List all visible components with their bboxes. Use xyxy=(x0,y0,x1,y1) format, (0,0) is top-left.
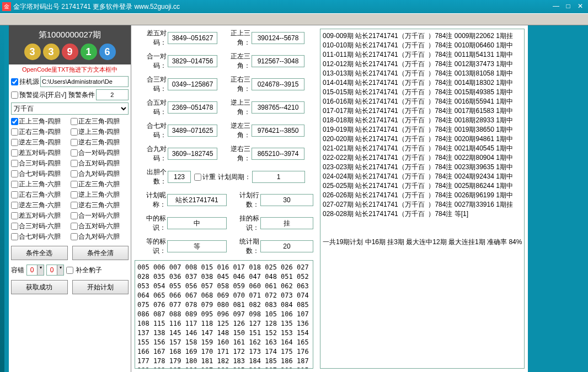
triangle-input[interactable] xyxy=(252,125,304,137)
check-item[interactable]: 差五对码-四胆 xyxy=(11,148,70,158)
tolerance-min-spinner[interactable]: 0▾ xyxy=(26,265,44,276)
results-textarea[interactable]: 009-009期 站长21741741（万千百 ）784注 0009期22062… xyxy=(320,29,525,369)
check-label: 正上三角-四胆 xyxy=(19,117,61,126)
triangle-input[interactable] xyxy=(252,148,304,160)
tolerance-label: 容错 xyxy=(11,266,24,275)
check-item[interactable]: 逆上三角-六胆 xyxy=(71,190,129,200)
code-input[interactable] xyxy=(168,101,217,114)
drag-hint: OpenCode里TXT拖进下方文本框中 xyxy=(9,64,131,75)
check-item[interactable]: 逆上三角-四胆 xyxy=(71,127,129,137)
dup-checkbox[interactable] xyxy=(194,174,201,181)
fetch-button[interactable]: 获取成功 xyxy=(11,280,68,294)
source-path-input[interactable] xyxy=(40,76,129,87)
triangle-input[interactable] xyxy=(252,32,304,44)
maximize-button[interactable]: □ xyxy=(563,2,574,11)
win-input[interactable] xyxy=(167,217,227,229)
check-item[interactable]: 合一对码-六胆 xyxy=(71,211,129,220)
check-box[interactable] xyxy=(71,181,78,188)
position-select[interactable]: 万千百 xyxy=(11,103,129,115)
start-button[interactable]: 开始计划 xyxy=(72,280,129,294)
code-input[interactable] xyxy=(168,55,217,67)
triangle-label: 正上三角： xyxy=(218,29,250,47)
check-item[interactable]: 合七对码-四胆 xyxy=(11,169,70,179)
check-label: 合九对码-六胆 xyxy=(78,232,120,241)
check-box[interactable] xyxy=(71,223,78,230)
check-item[interactable]: 正右三角-四胆 xyxy=(11,127,70,137)
check-label: 正上三角-六胆 xyxy=(19,180,61,189)
code-input[interactable] xyxy=(168,78,217,90)
select-clear-button[interactable]: 条件全清 xyxy=(72,246,129,260)
code-input[interactable] xyxy=(168,125,217,137)
check-item[interactable]: 正上三角-六胆 xyxy=(11,180,70,189)
check-item[interactable]: 合三对码-六胆 xyxy=(11,222,70,231)
warn-checkbox[interactable] xyxy=(11,91,18,99)
check-item[interactable]: 差五对码-六胆 xyxy=(11,211,70,220)
check-box[interactable] xyxy=(71,170,78,177)
warn-value-input[interactable] xyxy=(96,89,129,100)
check-box[interactable] xyxy=(11,149,18,157)
out-input[interactable] xyxy=(168,171,191,183)
stat-input[interactable] xyxy=(260,240,313,252)
check-box[interactable] xyxy=(71,118,78,125)
check-item[interactable]: 合九对码-六胆 xyxy=(71,232,129,241)
lose-input[interactable] xyxy=(260,217,313,229)
check-box[interactable] xyxy=(71,233,78,240)
source-checkbox[interactable] xyxy=(11,78,18,85)
period-input[interactable] xyxy=(252,171,305,183)
out-label: 出胆个数： xyxy=(135,168,167,186)
check-item[interactable]: 正上三角-四胆 xyxy=(11,117,70,126)
close-button[interactable]: ✕ xyxy=(575,2,586,11)
check-item[interactable]: 合一对码-四胆 xyxy=(71,148,129,158)
check-box[interactable] xyxy=(71,191,78,198)
baozi-checkbox[interactable] xyxy=(66,267,73,274)
check-item[interactable]: 逆左三角-四胆 xyxy=(11,138,70,147)
check-box[interactable] xyxy=(11,160,18,167)
check-label: 合三对码-六胆 xyxy=(19,222,61,231)
check-label: 差五对码-四胆 xyxy=(19,148,61,158)
check-item[interactable]: 逆左三角-六胆 xyxy=(11,201,70,210)
check-box[interactable] xyxy=(11,139,18,146)
check-item[interactable]: 合五对码-六胆 xyxy=(71,222,129,231)
check-box[interactable] xyxy=(11,191,18,198)
check-box[interactable] xyxy=(71,212,78,219)
check-box[interactable] xyxy=(11,233,18,240)
check-item[interactable]: 合五对码-四胆 xyxy=(71,159,129,168)
check-label: 逆上三角-四胆 xyxy=(78,127,120,137)
check-box[interactable] xyxy=(71,202,78,209)
check-box[interactable] xyxy=(71,149,78,157)
code-input[interactable] xyxy=(168,32,217,44)
numbers-textarea[interactable]: 005 006 007 008 015 016 017 018 025 026 … xyxy=(135,260,313,369)
check-box[interactable] xyxy=(11,170,18,177)
check-item[interactable]: 合三对码-四胆 xyxy=(11,159,70,168)
check-box[interactable] xyxy=(11,128,18,136)
select-all-button[interactable]: 条件全选 xyxy=(11,246,68,260)
check-item[interactable]: 逆右三角-六胆 xyxy=(71,201,129,210)
code-input[interactable] xyxy=(168,148,217,160)
check-box[interactable] xyxy=(11,212,18,219)
check-item[interactable]: 合九对码-四胆 xyxy=(71,169,129,179)
nick-input[interactable] xyxy=(167,194,227,206)
check-label: 合五对码-六胆 xyxy=(78,222,120,231)
check-box[interactable] xyxy=(11,223,18,230)
eq-input[interactable] xyxy=(167,240,227,252)
check-box[interactable] xyxy=(71,128,78,136)
triangle-input[interactable] xyxy=(252,78,304,90)
triangle-input[interactable] xyxy=(252,101,304,114)
minimize-button[interactable]: — xyxy=(550,2,562,11)
check-item[interactable]: 正左三角-四胆 xyxy=(71,117,129,126)
check-label: 逆右三角-四胆 xyxy=(78,138,120,147)
period-text: 第1000000027期 xyxy=(13,30,126,40)
tolerance-max-spinner[interactable]: 0▾ xyxy=(46,265,64,276)
check-item[interactable]: 合七对码-六胆 xyxy=(11,232,70,241)
check-item[interactable]: 逆右三角-四胆 xyxy=(71,138,129,147)
triangle-input[interactable] xyxy=(252,55,304,67)
check-box[interactable] xyxy=(11,118,18,125)
check-box[interactable] xyxy=(11,202,18,209)
check-item[interactable]: 正左三角-六胆 xyxy=(71,180,129,189)
check-item[interactable]: 正右三角-六胆 xyxy=(11,190,70,200)
check-box[interactable] xyxy=(71,160,78,167)
check-box[interactable] xyxy=(11,181,18,188)
rows-label: 计划行数： xyxy=(228,191,259,209)
rows-input[interactable] xyxy=(260,194,313,206)
check-box[interactable] xyxy=(71,139,78,146)
